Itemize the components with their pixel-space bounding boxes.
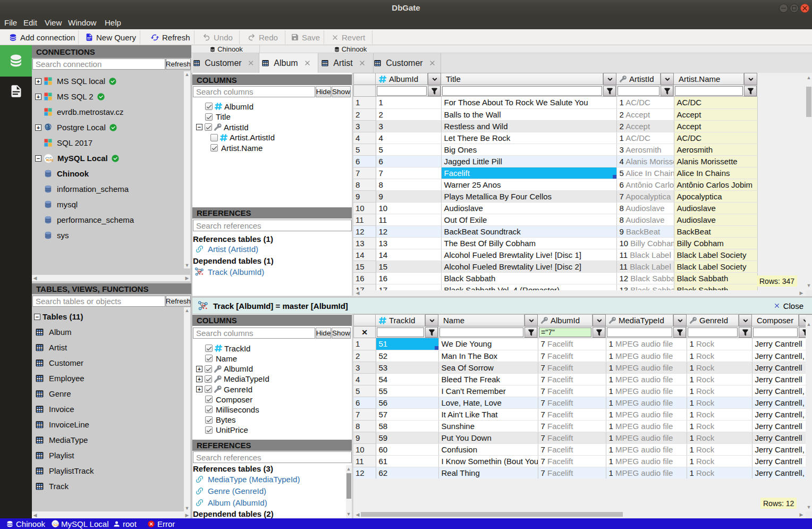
svg-text:MySQL: MySQL	[46, 158, 53, 161]
svg-text:MySQL: MySQL	[54, 524, 59, 526]
